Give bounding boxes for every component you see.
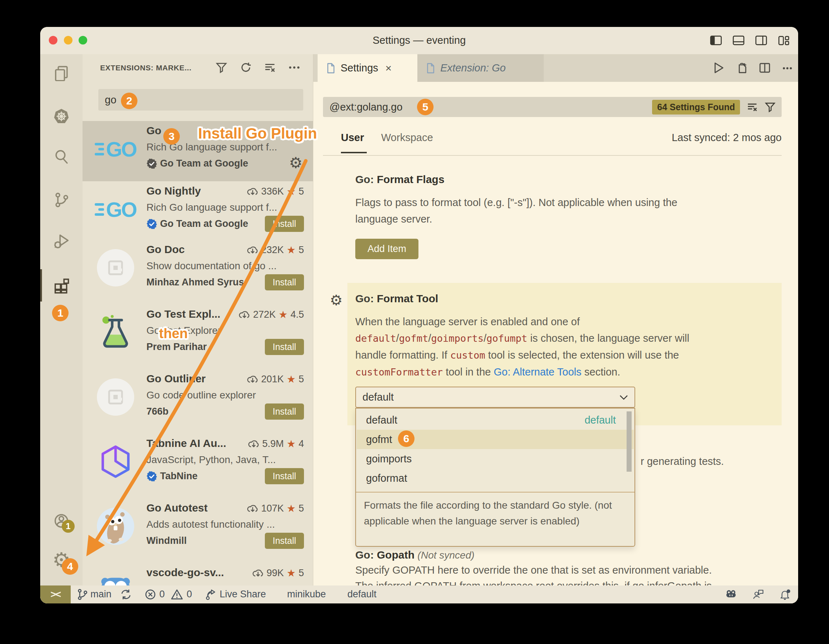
toggle-panel-icon[interactable] (733, 35, 745, 46)
run-debug-icon[interactable] (54, 233, 69, 249)
filter-icon[interactable] (215, 62, 227, 74)
downloads-icon (252, 568, 264, 578)
tab-label: Extension: Go (440, 62, 506, 74)
scope-tab-user[interactable]: User (341, 132, 364, 144)
feedback-icon[interactable] (752, 588, 764, 601)
warnings-icon[interactable] (171, 588, 183, 601)
extension-list-item[interactable]: GOGo Nightly336K★5Rich Go language suppo… (82, 181, 313, 240)
settings-search-value: @ext:golang.go (329, 101, 403, 113)
sync-icon[interactable] (120, 588, 132, 601)
tabnine-hexagon-icon (100, 444, 131, 479)
more-actions-icon[interactable] (288, 62, 300, 74)
namespace-default[interactable]: default (347, 589, 377, 600)
extensions-icon[interactable] (54, 278, 69, 293)
branch-name[interactable]: main (90, 589, 112, 600)
minikube-context[interactable]: minikube (287, 589, 326, 600)
star-icon: ★ (279, 309, 287, 320)
extension-name: vscode-go-sv... (147, 567, 224, 579)
toggle-secondary-sidebar-icon[interactable] (755, 35, 767, 46)
format-tool-select[interactable]: default (355, 387, 635, 408)
dropdown-option-goimports[interactable]: goimports (357, 449, 634, 469)
run-settings-icon[interactable] (712, 62, 725, 74)
tab-settings[interactable]: Settings × (318, 54, 418, 82)
settings-gear-icon[interactable]: ⚙ (54, 552, 69, 568)
extension-list-item[interactable]: Tabnine AI Au...5.9M★4JavaScript, Python… (82, 434, 313, 493)
rating: 4 (299, 438, 304, 450)
extension-list-item[interactable]: vscode-go-sv...99K★5 (82, 563, 313, 586)
install-button[interactable]: Install (265, 274, 304, 290)
extension-name: Tabnine AI Au... (147, 437, 226, 450)
extension-stats: 99K★5 (252, 567, 304, 579)
extension-list-item[interactable]: Go Outliner201K★5Go code outline explore… (82, 369, 313, 428)
clear-settings-search-icon[interactable] (747, 101, 758, 113)
kubernetes-icon[interactable] (54, 109, 69, 124)
sidebar-header: EXTENSIONS: MARKE... (100, 63, 192, 72)
clear-search-results-icon[interactable] (264, 62, 276, 74)
extension-icon (95, 506, 136, 546)
install-button[interactable]: Install (265, 339, 304, 355)
notifications-icon[interactable] (779, 588, 791, 601)
filter-settings-icon[interactable] (764, 101, 776, 113)
extension-list-item[interactable]: GOGoRich Go language support f...Go Team… (82, 121, 313, 181)
add-item-button[interactable]: Add Item (355, 239, 418, 259)
verified-publisher-icon (147, 471, 157, 482)
search-icon[interactable] (54, 149, 69, 165)
last-synced-label: Last synced: 2 mos ago (672, 132, 782, 144)
install-button[interactable]: Install (265, 404, 304, 420)
extension-publisher: Prem Parihar (147, 341, 207, 352)
rating: 5 (299, 245, 304, 256)
setting-gear-icon[interactable]: ⚙ (330, 292, 343, 308)
extension-list-item[interactable]: Go Autotest107K★5Adds autotest functiona… (82, 498, 313, 557)
source-control-icon[interactable] (54, 192, 69, 208)
extension-list-item[interactable]: Go Test Expl...272K★4.5Go Test ExplorerP… (82, 305, 313, 364)
toggle-primary-sidebar-icon[interactable] (710, 35, 722, 46)
publisher-name: Go Team at Google (160, 218, 248, 229)
install-button[interactable]: Install (265, 468, 304, 484)
dropdown-option-gofmt[interactable]: gofmt (357, 430, 634, 449)
titlebar: Settings — eventing (40, 27, 798, 54)
generic-extension-icon (97, 249, 134, 286)
extensions-search-input[interactable]: go (98, 89, 303, 110)
setting-description: Flags to pass to format tool (e.g. ["-s"… (355, 194, 718, 227)
warning-count[interactable]: 0 (187, 589, 192, 600)
extension-description: Show documentation of go ... (147, 260, 306, 272)
dropdown-option-default[interactable]: defaultdefault (357, 410, 634, 430)
settings-search-input[interactable]: @ext:golang.go 64 Settings Found (323, 97, 782, 117)
live-share-label[interactable]: Live Share (220, 589, 266, 600)
extension-icon: GO (95, 189, 136, 229)
extension-icon (95, 571, 136, 586)
manage-extension-gear-icon[interactable]: ⚙ (289, 155, 303, 170)
option-detail: default (585, 414, 616, 426)
errors-icon[interactable] (144, 588, 156, 601)
star-icon: ★ (287, 567, 296, 579)
dropdown-scrollbar-thumb[interactable] (627, 411, 632, 472)
tab-extension-go[interactable]: Extension: Go (418, 54, 544, 82)
error-count[interactable]: 0 (159, 589, 165, 600)
close-tab-icon[interactable]: × (385, 62, 392, 74)
downloads-icon (247, 187, 258, 196)
downloads-icon (239, 310, 250, 319)
open-settings-json-icon[interactable] (735, 62, 748, 74)
split-editor-icon[interactable] (758, 62, 771, 74)
publisher-name: Prem Parihar (147, 341, 207, 352)
copilot-icon[interactable] (725, 588, 737, 601)
explorer-icon[interactable] (54, 65, 69, 81)
dropdown-option-goformat[interactable]: goformat (357, 469, 634, 488)
extension-name: Go Doc (147, 243, 185, 256)
publisher-name: Windmill (147, 535, 187, 546)
install-button[interactable]: Install (265, 533, 304, 549)
extension-name: Go (147, 125, 161, 137)
remote-indicator[interactable]: >< (40, 586, 71, 603)
rating: 5 (299, 568, 304, 579)
rating: 5 (299, 186, 304, 197)
go-alternate-tools-link[interactable]: Go: Alternate Tools (494, 366, 582, 378)
scope-tab-workspace[interactable]: Workspace (381, 132, 433, 144)
customize-layout-icon[interactable] (778, 35, 790, 46)
publisher-name: Minhaz Ahmed Syrus (147, 277, 244, 288)
refresh-icon[interactable] (240, 62, 252, 74)
more-editor-actions-icon[interactable] (781, 62, 794, 74)
divider (323, 155, 782, 156)
extension-list-item[interactable]: Go Doc232K★5Show documentation of go ...… (82, 240, 313, 299)
install-button[interactable]: Install (265, 216, 304, 232)
rating: 4.5 (290, 309, 304, 320)
